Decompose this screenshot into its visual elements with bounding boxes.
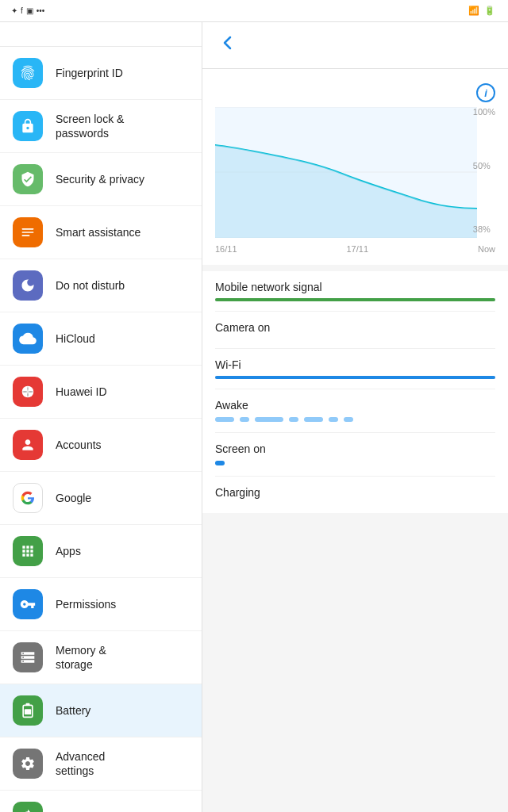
x-label-0: 16/11 [215, 244, 237, 254]
sidebar-item-memory[interactable]: Memory & storage [0, 631, 202, 684]
sidebar-item-screenlock[interactable]: Screen lock & passwords [0, 100, 202, 153]
screenlock-icon [13, 111, 43, 141]
bar-fill-wifi [215, 376, 495, 379]
usage-sections: Mobile network signalCamera onWi-FiAwake… [202, 271, 508, 513]
sidebar-item-smart[interactable]: Smart assistance [0, 206, 202, 259]
advanced-icon [13, 749, 43, 779]
bar-fill-mobile [215, 298, 495, 301]
usage-label-screenon: Screen on [215, 442, 495, 455]
sysupdate-icon [13, 802, 43, 812]
right-panel: i 100% 50% 38% [202, 22, 508, 812]
usage-card: i [202, 69, 508, 102]
status-bar: ✦ f ▣ ••• 📶 🔋 [0, 0, 508, 22]
accounts-icon [13, 430, 43, 460]
bar-track-mobile [215, 298, 495, 301]
usage-label-awake: Awake [215, 399, 495, 412]
sidebar-item-google[interactable]: Google [0, 472, 202, 525]
chart-label-38: 38% [473, 224, 495, 234]
usage-line-awake: Awake [215, 389, 495, 433]
battery-chart [215, 107, 495, 241]
back-button[interactable] [215, 33, 241, 57]
usage-line-charging: Charging [215, 477, 495, 513]
sidebar-item-huawei[interactable]: Huawei ID [0, 366, 202, 419]
sidebar-label-google: Google [56, 491, 91, 505]
apps-icon [13, 536, 43, 566]
usage-line-camera: Camera on [215, 312, 495, 349]
sidebar-label-security: Security & privacy [56, 172, 144, 186]
status-left: ✦ f ▣ ••• [8, 6, 44, 15]
x-label-2: Now [478, 244, 495, 254]
sidebar-item-permissions[interactable]: Permissions [0, 578, 202, 631]
huawei-icon [13, 377, 43, 407]
main-layout: Fingerprint IDScreen lock & passwordsSec… [0, 22, 508, 812]
sidebar-items-container: Fingerprint IDScreen lock & passwordsSec… [0, 47, 202, 812]
sidebar-label-dnd: Do not disturb [56, 278, 125, 293]
chart-container: 100% 50% 38% [202, 102, 508, 265]
smart-icon [13, 217, 43, 247]
bar-track-wifi [215, 376, 495, 379]
dot-segment-4 [304, 417, 323, 422]
sidebar-item-fingerprint[interactable]: Fingerprint ID [0, 47, 202, 100]
dot-segment-0 [215, 417, 234, 422]
usage-label-mobile: Mobile network signal [215, 281, 495, 293]
security-icon [13, 164, 43, 194]
sidebar-item-accounts[interactable]: Accounts [0, 419, 202, 472]
status-right: 📶 🔋 [468, 6, 500, 16]
sidebar-label-memory: Memory & storage [56, 643, 106, 672]
usage-label-charging: Charging [215, 486, 495, 499]
fingerprint-icon [13, 58, 43, 88]
chart-label-50: 50% [473, 161, 495, 170]
signal-icon: ✦ [11, 6, 17, 15]
permissions-icon [13, 589, 43, 619]
right-header [202, 22, 508, 69]
dot-segment-0 [215, 461, 225, 465]
sidebar-label-apps: Apps [56, 544, 81, 558]
sidebar-label-fingerprint: Fingerprint ID [56, 66, 123, 80]
sidebar-label-hicloud: HiCloud [56, 331, 95, 346]
sidebar-label-accounts: Accounts [56, 438, 102, 452]
dot-segment-5 [329, 417, 338, 422]
sidebar-label-advanced: Advanced settings [56, 749, 105, 778]
sidebar-label-screenlock: Screen lock & passwords [56, 112, 124, 140]
sidebar-item-apps[interactable]: Apps [0, 525, 202, 578]
sidebar-item-advanced[interactable]: Advanced settings [0, 737, 202, 791]
sidebar-item-battery[interactable]: Battery [0, 684, 202, 737]
battery-icon [13, 695, 43, 726]
sidebar-item-dnd[interactable]: Do not disturb [0, 259, 202, 312]
x-label-1: 17/11 [346, 244, 368, 254]
dot-bar-awake [215, 416, 495, 423]
sidebar-item-security[interactable]: Security & privacy [0, 153, 202, 206]
google-icon [13, 483, 43, 513]
sidebar-label-huawei: Huawei ID [56, 385, 107, 399]
usage-label-wifi: Wi-Fi [215, 358, 495, 371]
sidebar-item-sysupdate[interactable]: System update [0, 791, 202, 812]
dot-segment-3 [289, 417, 298, 422]
dnd-icon [13, 270, 43, 301]
wifi-icon: 📶 [468, 6, 479, 16]
sidebar-label-smart: Smart assistance [56, 225, 140, 239]
dot-segment-6 [344, 417, 353, 422]
facebook-icon: f [21, 6, 23, 15]
hicloud-icon [13, 324, 43, 354]
social-icon: ▣ [26, 6, 33, 15]
svg-rect-3 [25, 709, 31, 714]
chart-label-100: 100% [473, 107, 495, 117]
info-icon[interactable]: i [476, 83, 495, 102]
usage-line-wifi: Wi-Fi [215, 349, 495, 389]
dot-segment-2 [255, 417, 283, 422]
dot-bar-screenon [215, 460, 495, 466]
usage-label-camera: Camera on [215, 321, 495, 334]
usage-line-mobile: Mobile network signal [215, 271, 495, 312]
battery-icon: 🔋 [484, 6, 495, 16]
sidebar: Fingerprint IDScreen lock & passwordsSec… [0, 22, 202, 812]
more-icon: ••• [37, 6, 45, 15]
sidebar-label-battery: Battery [56, 703, 90, 718]
usage-line-screenon: Screen on [215, 433, 495, 477]
memory-icon [13, 642, 43, 672]
sidebar-label-permissions: Permissions [56, 597, 116, 611]
sidebar-item-hicloud[interactable]: HiCloud [0, 312, 202, 366]
chart-x-labels: 16/11 17/11 Now [215, 241, 495, 255]
svg-rect-2 [26, 703, 30, 706]
sidebar-title [0, 22, 202, 47]
dot-segment-1 [240, 417, 249, 422]
